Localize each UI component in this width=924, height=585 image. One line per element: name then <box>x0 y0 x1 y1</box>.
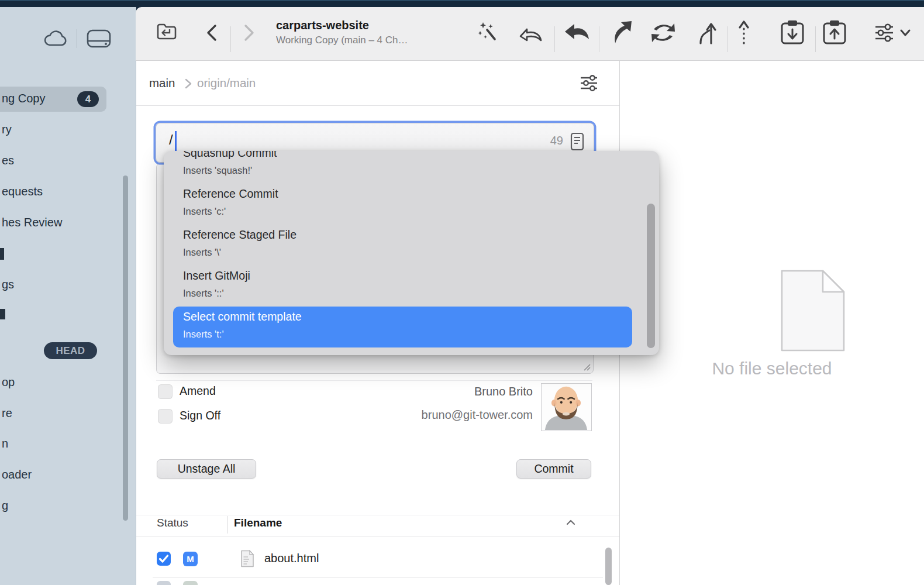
head-badge: HEAD <box>44 342 97 359</box>
section-divider <box>156 380 592 381</box>
breadcrumb-chevron-icon <box>184 78 192 89</box>
sidebar-branch-item[interactable]: oader <box>2 467 32 481</box>
undo-icon[interactable] <box>518 22 544 43</box>
stage-checkbox[interactable] <box>157 552 171 566</box>
column-divider[interactable] <box>227 516 228 534</box>
commit-button[interactable]: Commit <box>516 459 591 479</box>
sidebar-item-truncated[interactable] <box>0 248 4 260</box>
change-count-badge: 4 <box>77 91 99 107</box>
author-email: bruno@git-tower.com <box>422 408 533 422</box>
chevron-down-icon[interactable] <box>899 28 911 37</box>
merge-icon[interactable] <box>696 20 717 44</box>
unstage-all-button[interactable]: Unstage All <box>157 459 256 479</box>
sign-off-checkbox[interactable] <box>158 409 173 424</box>
push-icon[interactable] <box>608 21 632 43</box>
column-header-status[interactable]: Status <box>157 517 188 529</box>
fetch-icon[interactable] <box>649 22 677 43</box>
menu-scrollbar[interactable] <box>647 204 655 348</box>
next-row-partial-checkbox <box>157 581 171 585</box>
sign-off-label: Sign Off <box>180 408 220 422</box>
view-options-icon[interactable] <box>874 22 896 43</box>
rebase-icon[interactable] <box>737 20 751 44</box>
repository-title: carparts-website <box>276 19 369 32</box>
avatar <box>541 383 592 431</box>
next-row-partial-badge <box>183 581 198 585</box>
character-count: 49 <box>550 134 563 147</box>
amend-checkbox[interactable] <box>158 384 173 399</box>
repository-subtitle: Working Copy (main – 4 Ch… <box>276 35 408 46</box>
breadcrumb-branch[interactable]: main <box>149 76 175 90</box>
drive-icon[interactable] <box>86 28 112 49</box>
toolbar-divider <box>554 26 555 52</box>
suggestion-reference-commit[interactable]: Reference Commit Inserts 'c:' <box>173 184 632 225</box>
template-icon[interactable] <box>570 132 584 152</box>
cloud-icon[interactable] <box>42 28 69 49</box>
sidebar-item-tags[interactable]: gs <box>2 277 14 291</box>
detail-panel <box>620 61 924 585</box>
author-name: Bruno Brito <box>474 385 533 398</box>
subject-value: / <box>169 132 173 148</box>
row-separator <box>153 577 603 577</box>
sidebar-item-history[interactable]: ry <box>2 122 12 136</box>
resize-grip[interactable] <box>582 362 591 371</box>
file-list-scrollbar[interactable] <box>605 548 612 585</box>
sidebar-item-working-copy[interactable]: ng Copy 4 <box>0 87 106 112</box>
sidebar-item-pull-requests[interactable]: equests <box>2 184 43 198</box>
sidebar-item-branches[interactable]: es <box>2 153 14 167</box>
pull-icon[interactable] <box>564 22 589 43</box>
breadcrumb-tracking-branch[interactable]: origin/main <box>197 76 256 90</box>
file-icon <box>240 550 254 567</box>
sidebar-item-label: ng Copy <box>2 92 46 105</box>
document-outline-icon <box>781 270 845 352</box>
sidebar-branch-item[interactable]: op <box>2 375 15 389</box>
toolbar-divider <box>599 26 599 52</box>
magic-wand-icon[interactable] <box>477 21 498 43</box>
sidebar-branch-item[interactable]: g <box>2 498 8 512</box>
sidebar-icon-divider <box>77 29 77 48</box>
sidebar-branch-item[interactable]: n <box>2 436 8 450</box>
tower-git-window: ng Copy 4 ry es equests hes Review gs HE… <box>0 0 924 585</box>
text-caret <box>175 131 177 153</box>
sidebar-scrollbar[interactable] <box>123 176 128 521</box>
suggestion-reference-staged-file[interactable]: Reference Staged File Inserts '\' <box>173 225 632 266</box>
sidebar: ng Copy 4 ry es equests hes Review gs HE… <box>0 7 136 585</box>
modified-status-badge: M <box>183 552 198 566</box>
sort-chevron-up-icon[interactable] <box>566 519 575 526</box>
sidebar-item-branches-review[interactable]: hes Review <box>2 215 62 229</box>
toolbar-divider <box>815 26 816 52</box>
filter-icon[interactable] <box>579 74 600 92</box>
commit-suggestion-menu: Squashup Commit Inserts 'squash!' Refere… <box>164 151 659 355</box>
sidebar-branch-item[interactable]: re <box>2 406 12 420</box>
table-header-border <box>136 536 619 536</box>
suggestion-select-commit-template[interactable]: Select commit template Inserts 't:' <box>173 307 632 347</box>
empty-state-text: No file selected <box>620 359 924 378</box>
toolbar: carparts-website Working Copy (main – 4 … <box>136 7 924 61</box>
toolbar-divider <box>727 26 728 52</box>
toolbar-divider <box>230 26 231 52</box>
file-name: about.html <box>264 552 319 565</box>
forward-button[interactable] <box>242 23 257 42</box>
column-header-filename[interactable]: Filename <box>234 517 282 529</box>
suggestion-squash-commit[interactable]: Squashup Commit Inserts 'squash!' <box>173 151 632 184</box>
sidebar-item-truncated[interactable] <box>0 309 5 319</box>
folder-return-icon[interactable] <box>156 21 178 42</box>
checkmark-icon <box>157 552 171 566</box>
amend-label: Amend <box>180 384 216 398</box>
apply-stash-icon[interactable] <box>821 19 848 46</box>
stash-icon[interactable] <box>779 19 806 46</box>
table-top-border <box>136 515 619 515</box>
back-button[interactable] <box>204 23 219 42</box>
suggestion-insert-gitmoji[interactable]: Insert GitMoji Inserts '::' <box>173 266 632 307</box>
